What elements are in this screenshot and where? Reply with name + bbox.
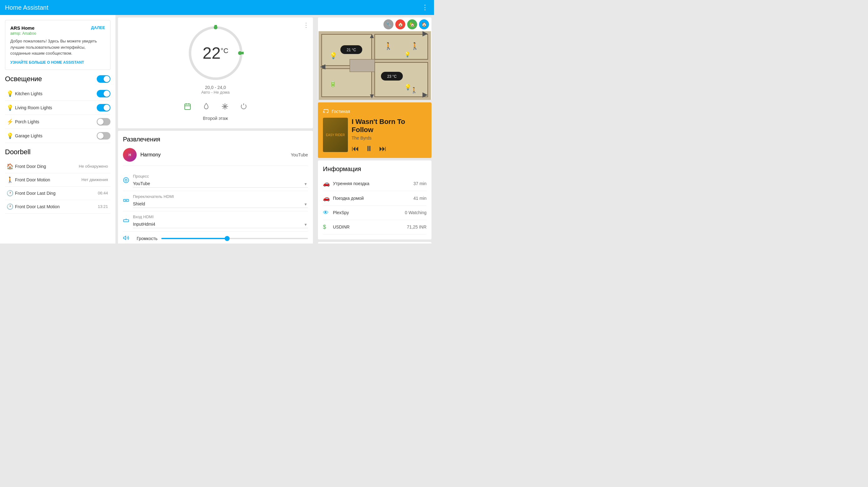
floorplan-icon-settings[interactable]: 🔧 [383, 19, 394, 29]
garage-lights-icon: 💡 [5, 132, 15, 139]
living-room-lights-label: Living Room Lights [15, 105, 97, 110]
volume-slider[interactable] [161, 238, 308, 239]
app-header: Home Assistant ⋮ [0, 0, 434, 15]
svg-rect-3 [185, 104, 190, 110]
home-trip-label: Поездка домой [333, 196, 413, 201]
info-right-title: Информация [323, 166, 427, 173]
list-item: ⚡ Porch Lights [5, 115, 111, 129]
list-item: 🚶 Front Door Motion Нет движения [5, 173, 111, 187]
volume-icon [123, 235, 133, 242]
lighting-master-toggle[interactable] [97, 75, 111, 83]
person-icon-3: 🚶 [411, 87, 418, 94]
temp-badge-1: 21 °C [347, 48, 356, 52]
info-card-author-link[interactable]: автор: Arsaboo [10, 31, 36, 36]
thermostat-floor: Второй этаж [203, 116, 228, 121]
hdmi-switch-icon [123, 197, 133, 205]
arrow-right-top[interactable]: ▶ [423, 31, 428, 37]
porch-lights-label: Porch Lights [15, 119, 97, 124]
media-poster: EASY RIDER [323, 118, 348, 152]
svg-rect-22 [350, 59, 375, 72]
home-trip-value: 41 min [413, 196, 427, 201]
floorplan-card: 🔧 🏠 🏡 🏠 21 °C 23 °C [318, 18, 432, 100]
media-room-label: Гостиная [332, 109, 350, 114]
morning-trip-value: 37 min [413, 181, 427, 186]
porch-lights-toggle[interactable] [97, 118, 111, 125]
plexspy-label: PlexSpy [333, 210, 405, 215]
hdmi-switch-row: Переключатель HDMI Shield ▾ [123, 191, 308, 211]
light-icon-3: 🔋 [330, 81, 337, 87]
temp-badge-2: 23 °C [387, 74, 397, 79]
media-artist: The Byrds [352, 136, 427, 141]
media-next-button[interactable]: ⏭ [379, 144, 386, 153]
media-prev-button[interactable]: ⏮ [352, 144, 359, 153]
hdmi-input-icon [123, 218, 133, 225]
garage-lights-label: Garage Lights [15, 133, 97, 138]
header-menu-button[interactable]: ⋮ [422, 3, 429, 11]
plexspy-icon: 👁 [323, 209, 333, 216]
harmony-logo: H [123, 148, 137, 162]
entertainment-title: Развлечения [123, 136, 308, 143]
last-ding-label: Front Door Last Ding [15, 191, 98, 196]
info-card-text: Добро пожаловать! Здесь Вы можете увидет… [10, 38, 105, 57]
thermostat-menu-button[interactable]: ⋮ [303, 21, 309, 29]
porch-lights-icon: ⚡ [5, 118, 15, 125]
doorbell-title: Doorbell [5, 148, 31, 156]
process-row: Процесс YouTube ▾ [123, 171, 308, 191]
floorplan-svg: 21 °C 23 °C 💡 💡 🔋 💡 🚶 🚶 🚶 ◀ ▶ ▶ ▼ ▲ [318, 31, 432, 100]
thermostat-schedule-icon[interactable] [182, 101, 193, 112]
floorplan-icon-fire[interactable]: 🏠 [395, 19, 405, 29]
last-motion-label: Front Door Last Motion [15, 204, 98, 209]
floorplan-icon-home[interactable]: 🏡 [407, 19, 417, 29]
usdinr-label: USDINR [333, 225, 407, 229]
doorbell-section: Doorbell 🏠 Front Door Ding Не обнаружено… [5, 148, 111, 213]
person-icon-1: 🚶 [384, 42, 393, 50]
thermostat-temp: 22°C [203, 45, 228, 61]
security-card: Security ✓ ОХРАНА (ДОМА) ОХРАНА (НЕ ДОМА… [318, 242, 432, 244]
hdmi-input-select[interactable]: InputHdmi4 [133, 221, 308, 228]
svg-rect-13 [124, 220, 129, 222]
kitchen-lights-toggle[interactable] [97, 90, 111, 97]
plexspy-value: 0 Watching [405, 210, 427, 215]
kitchen-lights-label: Kitchen Lights [15, 91, 97, 96]
living-room-lights-icon: 💡 [5, 104, 15, 111]
harmony-name: Harmony [141, 152, 291, 157]
usdinr-value: 71,25 INR [407, 225, 427, 229]
thermostat-power-icon[interactable] [238, 101, 249, 112]
hdmi-switch-select[interactable]: Shield [133, 200, 308, 208]
last-motion-value: 13:21 [98, 204, 108, 209]
info-card-action[interactable]: ДАЛЕЕ [91, 25, 105, 30]
volume-label: Громкость [137, 236, 158, 241]
usdinr-icon: $ [323, 224, 333, 230]
learn-more-link[interactable]: УЗНАЙТЕ БОЛЬШЕ О HOME ASSISTANT [10, 60, 105, 65]
thermostat-snowflake-icon[interactable] [219, 101, 230, 112]
hdmi-input-row: Вход HDMI InputHdmi4 ▾ [123, 211, 308, 232]
media-pause-button[interactable]: ⏸ [365, 144, 373, 153]
living-room-lights-toggle[interactable] [97, 104, 111, 111]
arrow-up[interactable]: ▲ [369, 32, 375, 40]
list-item: 🕐 Front Door Last Ding 06:44 [5, 187, 111, 200]
process-select[interactable]: YouTube [133, 180, 308, 188]
arrow-left[interactable]: ◀ [320, 62, 326, 70]
app-title: Home Assistant [5, 4, 49, 11]
hdmi-switch-label: Переключатель HDMI [133, 194, 308, 199]
home-trip-icon: 🚗 [323, 195, 333, 202]
list-item: 💡 Kitchen Lights [5, 87, 111, 101]
floorplan-icon-info[interactable]: 🏠 [419, 19, 429, 29]
lighting-title: Освещение [5, 75, 42, 83]
list-item: 🕐 Front Door Last Motion 13:21 [5, 200, 111, 213]
kitchen-lights-icon: 💡 [5, 90, 15, 97]
media-card: Гостиная EASY RIDER I Wasn't Born To Fol… [318, 103, 432, 158]
list-item: 🚗 Утренняя поездка 37 min [323, 176, 427, 191]
arrow-right-bottom[interactable]: ▶ [423, 90, 428, 98]
list-item: 👁 PlexSpy 0 Watching [323, 206, 427, 220]
thermostat-card: ⋮ 22°C 20,0 - 24,0 Авто [118, 18, 313, 128]
front-door-ding-value: Не обнаружено [79, 164, 108, 169]
list-item: 🏠 Front Door Ding Не обнаружено [5, 160, 111, 173]
thermostat-flame-icon[interactable] [200, 101, 212, 112]
garage-lights-toggle[interactable] [97, 132, 111, 140]
arrow-down[interactable]: ▼ [369, 92, 375, 100]
thermostat-mode: Авто - Не дома [201, 90, 230, 94]
front-door-motion-value: Нет движения [82, 177, 108, 182]
left-panel: ARS Home автор: Arsaboo ДАЛЕЕ Добро пожа… [0, 15, 116, 244]
list-item: 💡 Living Room Lights [5, 101, 111, 115]
